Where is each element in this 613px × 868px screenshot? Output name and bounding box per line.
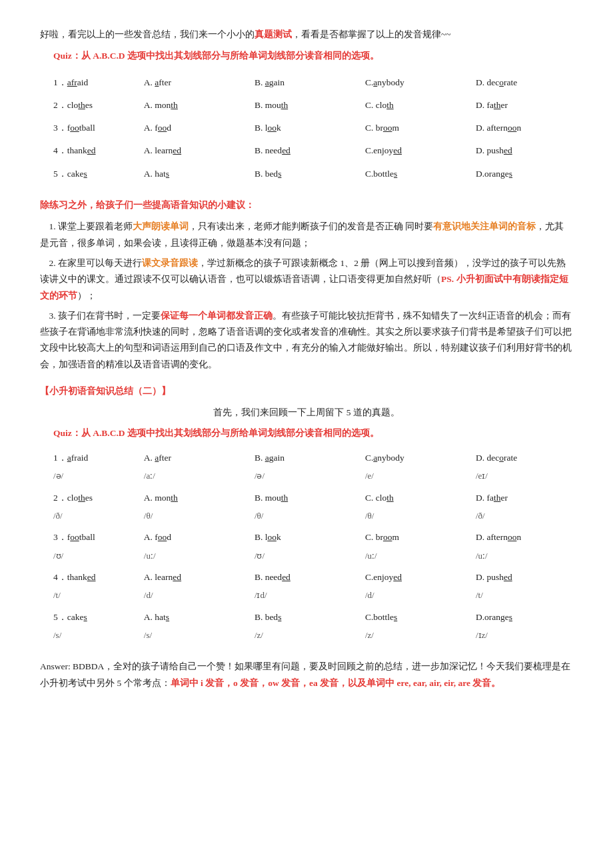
quiz1-row-1: 1．afraid A. after B. again C.anybody D. … xyxy=(47,71,580,94)
quiz2-table: 1．afraid A. after B. again C.anybody D. … xyxy=(47,448,580,647)
quiz2-r4-ph-D: /t/ xyxy=(469,587,580,607)
quiz2-r4-word: 4．thanked xyxy=(47,567,137,587)
quiz2-row4-phonetics: /t/ /d/ /ɪd/ /d/ /t/ xyxy=(47,587,580,607)
quiz1-r5-B: B. beds xyxy=(248,163,358,185)
quiz2-r3-ph-D: /uː/ xyxy=(469,548,580,567)
quiz2-row5-words: 5．cakes A. hats B. beds C.bottles D.oran… xyxy=(47,607,580,627)
quiz2-r5-word: 5．cakes xyxy=(47,607,137,627)
quiz2-row1-phonetics: /ə/ /aː/ /ə/ /e/ /eɪ/ xyxy=(47,468,580,487)
quiz2-r5-ph-B: /z/ xyxy=(248,627,358,647)
quiz2-row3-phonetics: /ʊ/ /uː/ /ʊ/ /uː/ /uː/ xyxy=(47,548,580,567)
quiz1-row-3: 3．football A. food B. look C. broom D. a… xyxy=(47,117,580,139)
quiz2-r4-D: D. pushed xyxy=(469,567,580,587)
quiz1-r2-B: B. mouth xyxy=(248,94,358,117)
quiz2-r1-B: B. again xyxy=(248,448,358,468)
quiz1-r2-num: 2．clothes xyxy=(47,94,137,117)
quiz1-row-4: 4．thanked A. learned B. needed C.enjoyed… xyxy=(47,139,580,162)
quiz2-r2-B: B. mouth xyxy=(248,488,358,508)
quiz1-r2-C: C. cloth xyxy=(358,94,469,117)
quiz2-row2-phonetics: /ð/ /θ/ /θ/ /θ/ /ð/ xyxy=(47,508,580,527)
tips-item2-hl1: 课文录音跟读 xyxy=(142,258,198,268)
tips-content: 1. 课堂上要跟着老师大声朗读单词，只有读出来，老师才能判断孩子们的发音是否正确… xyxy=(40,219,573,373)
quiz1-r1-D: D. decorate xyxy=(469,71,580,94)
quiz1-r5-num: 5．cakes xyxy=(47,163,137,185)
quiz2-row4-words: 4．thanked A. learned B. needed C.enjoyed… xyxy=(47,567,580,587)
quiz1-r3-B: B. look xyxy=(248,117,358,139)
quiz2-r5-C: C.bottles xyxy=(358,607,469,627)
quiz2-r4-ph-word: /t/ xyxy=(47,587,137,607)
quiz1-r4-A: A. learned xyxy=(137,139,248,162)
tips-item1-hl2: 有意识地关注单词的音标 xyxy=(433,221,536,231)
quiz2-row1-words: 1．afraid A. after B. again C.anybody D. … xyxy=(47,448,580,468)
quiz2-r3-ph-C: /uː/ xyxy=(358,548,469,567)
quiz2-r4-ph-C: /d/ xyxy=(358,587,469,607)
quiz2-r3-B: B. look xyxy=(248,527,358,547)
quiz2-r1-D: D. decorate xyxy=(469,448,580,468)
section2-title: 【小升初语音知识总结（二）】 xyxy=(40,383,573,399)
quiz2-r4-ph-B: /ɪd/ xyxy=(248,587,358,607)
quiz2-row3-words: 3．football A. food B. look C. broom D. a… xyxy=(47,527,580,547)
quiz2-r4-C: C.enjoyed xyxy=(358,567,469,587)
intro-text-before: 好啦，看完以上的一些发音总结，我们来一个小小的 xyxy=(40,29,255,39)
tips-item2-ps: PS. 小升初面试中有朗读指定短文的环节 xyxy=(40,274,568,300)
quiz2-r3-ph-A: /uː/ xyxy=(137,548,248,567)
quiz1-r4-D: D. pushed xyxy=(469,139,580,162)
quiz1-r1-C: C.anybody xyxy=(358,71,469,94)
quiz2-r2-A: A. month xyxy=(137,488,248,508)
quiz2-r1-ph-A: /aː/ xyxy=(137,468,248,487)
quiz2-r2-ph-D: /ð/ xyxy=(469,508,580,527)
quiz2-r4-ph-A: /d/ xyxy=(137,587,248,607)
quiz1-r3-C: C. broom xyxy=(358,117,469,139)
quiz2-r1-ph-D: /eɪ/ xyxy=(469,468,580,487)
quiz2-r4-B: B. needed xyxy=(248,567,358,587)
quiz1-r4-B: B. needed xyxy=(248,139,358,162)
quiz2-header: Quiz：从 A.B.C.D 选项中找出其划线部分与所给单词划线部分读音相同的选… xyxy=(53,425,573,441)
quiz1-r5-C: C.bottles xyxy=(358,163,469,185)
quiz1-r3-A: A. food xyxy=(137,117,248,139)
quiz2-r3-ph-B: /ʊ/ xyxy=(248,548,358,567)
quiz1-r1-num: 1．afraid xyxy=(47,71,137,94)
quiz2-r3-ph-word: /ʊ/ xyxy=(47,548,137,567)
quiz2-r1-word: 1．afraid xyxy=(47,448,137,468)
quiz1-r1-A: A. after xyxy=(137,71,248,94)
quiz2-r2-ph-A: /θ/ xyxy=(137,508,248,527)
quiz1-row-5: 5．cakes A. hats B. beds C.bottles D.oran… xyxy=(47,163,580,185)
quiz2-r1-ph-C: /e/ xyxy=(358,468,469,487)
quiz1-r2-D: D. father xyxy=(469,94,580,117)
intro-text-after: ，看看是否都掌握了以上的发音规律~~ xyxy=(292,29,451,39)
quiz2-r2-word: 2．clothes xyxy=(47,488,137,508)
quiz2-r5-ph-C: /z/ xyxy=(358,627,469,647)
quiz2-r2-C: C. cloth xyxy=(358,488,469,508)
quiz2-r5-ph-A: /s/ xyxy=(137,627,248,647)
quiz2-r2-ph-B: /θ/ xyxy=(248,508,358,527)
quiz2-r3-A: A. food xyxy=(137,527,248,547)
quiz1-r2-A: A. month xyxy=(137,94,248,117)
quiz2-r3-word: 3．football xyxy=(47,527,137,547)
section2-center: 首先，我们来回顾一下上周留下 5 道的真题。 xyxy=(40,405,573,421)
quiz1-r3-num: 3．football xyxy=(47,117,137,139)
quiz1-r1-B: B. again xyxy=(248,71,358,94)
quiz2-r1-ph-B: /ə/ xyxy=(248,468,358,487)
quiz1-header: Quiz：从 A.B.C.D 选项中找出其划线部分与所给单词划线部分读音相同的选… xyxy=(53,48,573,64)
quiz1-row-2: 2．clothes A. month B. mouth C. cloth D. … xyxy=(47,94,580,117)
answer-paragraph: Answer: BDBDA，全对的孩子请给自己一个赞！如果哪里有问题，要及时回顾… xyxy=(40,659,573,691)
tips-section-title: 除练习之外，给孩子们一些提高语音知识的小建议： xyxy=(40,197,573,213)
quiz2-r5-ph-D: /ɪz/ xyxy=(469,627,580,647)
answer-hl1: 单词中 i 发音，o 发音，ow 发音，ea 发音，以及单词中 ere, ear… xyxy=(171,678,501,688)
tips-item2: 2. 在家里可以每天进行课文录音跟读，学过新概念的孩子可跟读新概念 1、2 册（… xyxy=(40,255,573,304)
tips-item3-hl: 保证每一个单词都发音正确 xyxy=(161,311,273,321)
quiz2-row2-words: 2．clothes A. month B. mouth C. cloth D. … xyxy=(47,488,580,508)
intro-paragraph: 好啦，看完以上的一些发音总结，我们来一个小小的真题测试，看看是否都掌握了以上的发… xyxy=(40,27,573,43)
quiz2-r5-B: B. beds xyxy=(248,607,358,627)
tips-item3: 3. 孩子们在背书时，一定要保证每一个单词都发音正确。有些孩子可能比较抗拒背书，… xyxy=(40,308,573,373)
quiz2-r1-A: A. after xyxy=(137,448,248,468)
quiz2-r5-A: A. hats xyxy=(137,607,248,627)
tips-item1: 1. 课堂上要跟着老师大声朗读单词，只有读出来，老师才能判断孩子们的发音是否正确… xyxy=(40,219,573,251)
tips-item1-hl1: 大声朗读单词 xyxy=(133,221,189,231)
quiz2-r4-A: A. learned xyxy=(137,567,248,587)
quiz2-row5-phonetics: /s/ /s/ /z/ /z/ /ɪz/ xyxy=(47,627,580,647)
quiz1-r4-C: C.enjoyed xyxy=(358,139,469,162)
quiz2-r5-ph-word: /s/ xyxy=(47,627,137,647)
quiz1-r3-D: D. afternoon xyxy=(469,117,580,139)
quiz2-r3-C: C. broom xyxy=(358,527,469,547)
